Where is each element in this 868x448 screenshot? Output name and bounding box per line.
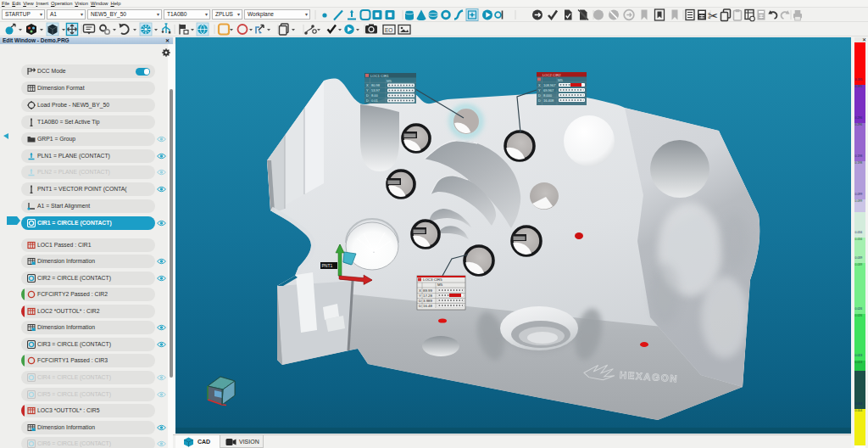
- svg-text:PNT1: PNT1: [322, 263, 333, 268]
- svg-text:D: D: [366, 98, 369, 103]
- svg-text:8.000: 8.000: [543, 93, 553, 98]
- svg-text:69.967: 69.967: [543, 88, 554, 92]
- svg-text:16.48: 16.48: [423, 304, 433, 308]
- svg-text:✂: ✂: [708, 8, 719, 23]
- svg-text:108.967: 108.967: [543, 83, 556, 87]
- svg-text:3.989: 3.989: [423, 299, 433, 303]
- svg-text:80.98: 80.98: [371, 83, 381, 87]
- svg-text:D: D: [419, 304, 421, 308]
- svg-text:D: D: [419, 299, 421, 303]
- svg-text:X: X: [366, 83, 369, 87]
- svg-text:M5: M5: [387, 79, 392, 83]
- svg-text:16.408: 16.408: [543, 98, 554, 103]
- svg-text:LOC1 CIR1: LOC1 CIR1: [370, 74, 389, 78]
- svg-text:Y: Y: [366, 88, 369, 92]
- svg-text:8.00: 8.00: [371, 93, 379, 98]
- svg-text:D: D: [538, 98, 541, 103]
- svg-text:D: D: [366, 93, 369, 98]
- svg-text:X: X: [538, 83, 541, 87]
- svg-text:LOC2 CIR2: LOC2 CIR2: [542, 73, 561, 77]
- svg-text:EO: EO: [385, 27, 392, 33]
- svg-text:D: D: [538, 93, 541, 98]
- svg-text:Y: Y: [538, 88, 541, 92]
- svg-text:LOC3 CIR5: LOC3 CIR5: [423, 277, 442, 282]
- svg-text:M5: M5: [437, 283, 443, 287]
- svg-text:X: X: [419, 288, 421, 293]
- svg-text:0.01: 0.01: [371, 98, 379, 103]
- svg-text:89.99: 89.99: [423, 288, 433, 293]
- svg-text:M5: M5: [558, 78, 563, 82]
- svg-text:17.28: 17.28: [423, 294, 433, 298]
- svg-text:53.97: 53.97: [371, 88, 381, 92]
- svg-text:Y: Y: [419, 294, 421, 298]
